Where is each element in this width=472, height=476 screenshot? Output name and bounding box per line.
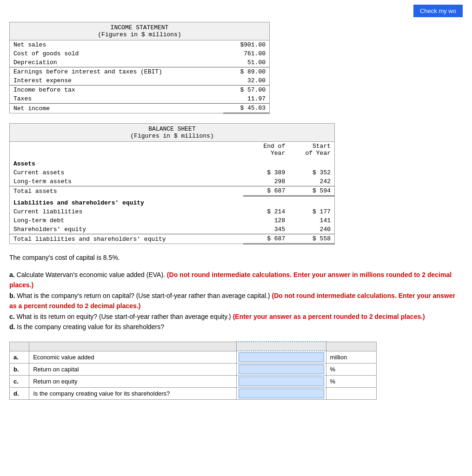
balance-row-start-value: 240 bbox=[289, 225, 334, 234]
balance-sheet-col-headers: End of Year Start of Year bbox=[10, 142, 335, 158]
answer-row-description: Return on capital bbox=[29, 364, 237, 376]
questions-section: a. Calculate Watervan's economic value a… bbox=[9, 270, 463, 332]
balance-row-label: Total assets bbox=[10, 186, 243, 196]
balance-sheet-table: BALANCE SHEET (Figures in $ millions) En… bbox=[9, 123, 335, 245]
answer-input-cell[interactable] bbox=[236, 376, 326, 388]
q-d-label: d. bbox=[9, 323, 15, 331]
answer-row-unit: % bbox=[326, 364, 376, 376]
balance-row-end-value: 128 bbox=[243, 216, 289, 225]
balance-row-label: Long-term debt bbox=[10, 216, 243, 225]
q-c-label: c. bbox=[9, 313, 15, 320]
answer-row-label: c. bbox=[10, 376, 29, 388]
answer-table-header bbox=[10, 342, 377, 351]
check-work-button[interactable]: Check my wo bbox=[413, 5, 463, 17]
answer-row-description: Return on equity bbox=[29, 376, 237, 388]
balance-row-start-value: 141 bbox=[289, 216, 334, 225]
income-row-label: Depreciation bbox=[10, 58, 223, 67]
income-row-value: $ 89.00 bbox=[223, 67, 270, 77]
answer-table-row: b.Return on capital% bbox=[10, 364, 377, 376]
balance-row-label: Current assets bbox=[10, 168, 243, 177]
balance-sheet-header: BALANCE SHEET (Figures in $ millions) bbox=[10, 124, 335, 142]
answer-row-label: d. bbox=[10, 388, 29, 400]
income-row-label: Net sales bbox=[10, 40, 223, 50]
balance-row-label: Total liabilities and shareholders' equi… bbox=[10, 234, 243, 244]
answer-row-description: Is the company creating value for its sh… bbox=[29, 388, 237, 400]
answer-row-label: b. bbox=[10, 364, 29, 376]
answer-header-label bbox=[10, 342, 29, 351]
q-b-label: b. bbox=[9, 292, 15, 299]
balance-row-end-value: $ 687 bbox=[243, 186, 289, 196]
q-c-text: What is its return on equity? (Use start… bbox=[15, 313, 233, 320]
income-row-value: $ 45.03 bbox=[223, 104, 270, 113]
balance-row-end-value: 298 bbox=[243, 177, 289, 186]
top-bar: Check my wo bbox=[9, 5, 463, 17]
income-row-value: 761.00 bbox=[223, 49, 270, 58]
income-row-label: Net income bbox=[10, 104, 223, 113]
answer-row-unit: % bbox=[326, 376, 376, 388]
answer-row-description: Economic value added bbox=[29, 351, 237, 364]
income-row-label: Cost of goods sold bbox=[10, 49, 223, 58]
q-c-bold: (Enter your answer as a percent rounded … bbox=[233, 313, 425, 320]
income-row-label: Taxes bbox=[10, 94, 223, 104]
q-b-text: What is the company's return on capital?… bbox=[15, 292, 272, 299]
income-row-value: 11.97 bbox=[223, 94, 270, 104]
balance-row-start-value: $ 177 bbox=[289, 207, 334, 216]
balance-section-header: Assets bbox=[10, 158, 335, 168]
income-statement-header: INCOME STATEMENT (Figures in $ millions) bbox=[10, 22, 270, 40]
balance-row-start-value: $ 352 bbox=[289, 168, 334, 177]
income-row-label: Earnings before interest and taxes (EBIT… bbox=[10, 67, 223, 77]
answer-row-unit bbox=[326, 388, 376, 400]
balance-row-label: Shareholders' equity bbox=[10, 225, 243, 234]
q-d-text: Is the company creating value for its sh… bbox=[15, 323, 164, 331]
income-row-label: Income before tax bbox=[10, 86, 223, 95]
answer-table-row: a.Economic value addedmillion bbox=[10, 351, 377, 364]
balance-row-label: Long-term assets bbox=[10, 177, 243, 186]
q-a-label: a. bbox=[9, 271, 15, 278]
income-row-value: $901.00 bbox=[223, 40, 270, 50]
answer-row-unit: million bbox=[326, 351, 376, 364]
balance-row-end-value: 345 bbox=[243, 225, 289, 234]
income-row-value: 51.00 bbox=[223, 58, 270, 67]
balance-row-end-value: $ 389 bbox=[243, 168, 289, 177]
answer-header-input bbox=[236, 342, 326, 351]
q-a-text: Calculate Watervan's economic value adde… bbox=[15, 271, 167, 278]
answer-input-cell[interactable] bbox=[236, 351, 326, 364]
cost-of-capital-text: The company's cost of capital is 8.5%. bbox=[9, 254, 463, 261]
balance-row-start-value: $ 558 bbox=[289, 234, 334, 244]
answer-input-cell[interactable] bbox=[236, 364, 326, 376]
income-row-value: $ 57.00 bbox=[223, 86, 270, 95]
answer-header-unit bbox=[326, 342, 376, 351]
balance-row-start-value: 242 bbox=[289, 177, 334, 186]
balance-row-start-value: $ 594 bbox=[289, 186, 334, 196]
income-statement-table: INCOME STATEMENT (Figures in $ millions)… bbox=[9, 22, 270, 114]
balance-row-end-value: $ 687 bbox=[243, 234, 289, 244]
answer-input-cell[interactable] bbox=[236, 388, 326, 400]
answer-input-c[interactable] bbox=[239, 377, 324, 386]
answer-table-row: d.Is the company creating value for its … bbox=[10, 388, 377, 400]
answer-input-b[interactable] bbox=[239, 364, 324, 374]
answer-table-row: c.Return on equity% bbox=[10, 376, 377, 388]
answer-input-d[interactable] bbox=[239, 389, 324, 398]
income-row-label: Interest expense bbox=[10, 76, 223, 86]
balance-row-label: Current liabilities bbox=[10, 207, 243, 216]
balance-section-header: Liabilities and shareholders' equity bbox=[10, 196, 335, 208]
answer-input-a[interactable] bbox=[239, 352, 324, 362]
income-row-value: 32.00 bbox=[223, 76, 270, 86]
answer-row-label: a. bbox=[10, 351, 29, 364]
balance-row-end-value: $ 214 bbox=[243, 207, 289, 216]
answer-header-desc bbox=[29, 342, 237, 351]
answer-table: a.Economic value addedmillionb.Return on… bbox=[9, 341, 377, 400]
